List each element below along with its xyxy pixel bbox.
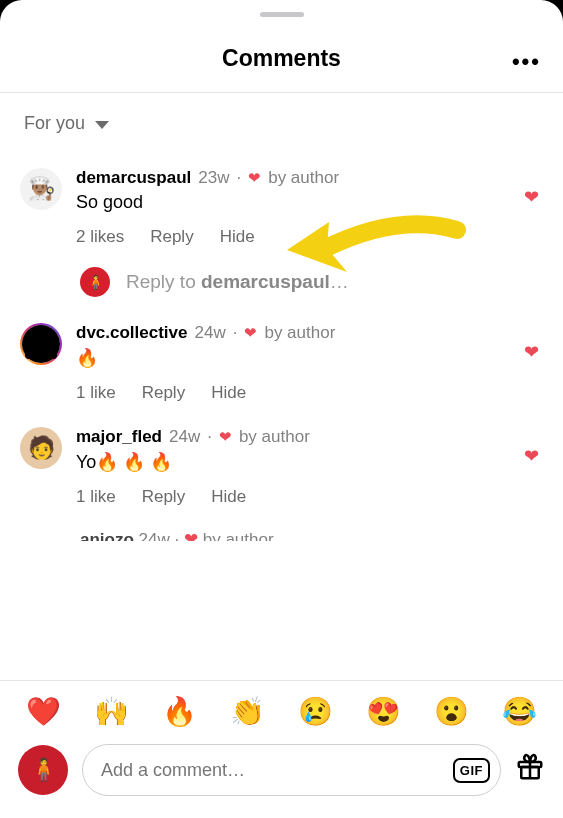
gif-button[interactable]: GIF [453, 758, 490, 783]
avatar[interactable]: 👨🏽‍🍳 [20, 168, 62, 210]
my-avatar-small: 🧍 [80, 267, 110, 297]
comment-text: So good [76, 192, 510, 213]
hide-button[interactable]: Hide [220, 227, 255, 247]
liked-by-author-label: by author [268, 168, 339, 188]
separator-dot: · [236, 168, 241, 188]
avatar-glyph: 👨🏽‍🍳 [28, 176, 55, 202]
sort-filter-label: For you [24, 113, 85, 134]
comment-text: 🔥 [76, 347, 510, 369]
comment-row: 👨🏽‍🍳 demarcuspaul 23w · ❤︎ by author So … [0, 156, 563, 259]
comment-input[interactable] [101, 760, 443, 781]
like-button[interactable]: ❤︎ [524, 341, 539, 363]
inline-reply-placeholder: Reply to demarcuspaul… [126, 271, 349, 293]
username[interactable]: dvc.collective [76, 323, 188, 343]
timestamp: 24w [169, 427, 200, 447]
likes-count[interactable]: 2 likes [76, 227, 124, 247]
gift-icon [515, 752, 545, 782]
comment-row: 🧑 major_fled 24w · ❤︎ by author Yo🔥 🔥 🔥 … [0, 415, 563, 519]
emoji-quick-bar: ❤️ 🙌 🔥 👏 😢 😍 😮 😂 [0, 681, 563, 738]
gift-button[interactable] [515, 752, 545, 789]
liked-by-author-label: by author [264, 323, 335, 343]
avatar[interactable] [20, 323, 62, 365]
separator-dot: · [207, 427, 212, 447]
reply-button[interactable]: Reply [150, 227, 193, 247]
emoji-heart[interactable]: ❤️ [26, 695, 61, 728]
chevron-down-icon [95, 121, 109, 129]
heart-icon: ❤︎ [248, 169, 261, 187]
reply-button[interactable]: Reply [142, 383, 185, 403]
emoji-surprised[interactable]: 😮 [434, 695, 469, 728]
heart-icon: ❤︎ [244, 324, 257, 342]
emoji-laugh[interactable]: 😂 [502, 695, 537, 728]
my-avatar[interactable]: 🧍 [18, 745, 68, 795]
likes-count[interactable]: 1 like [76, 383, 116, 403]
comment-input-container[interactable]: GIF [82, 744, 501, 796]
comment-row-cutoff: aniozo 24w · ❤︎ by author [0, 519, 563, 541]
separator-dot: · [233, 323, 238, 343]
avatar[interactable]: 🧑 [20, 427, 62, 469]
avatar-glyph: 🧍 [30, 757, 57, 783]
comment-row: dvc.collective 24w · ❤︎ by author 🔥 1 li… [0, 311, 563, 415]
like-button[interactable]: ❤︎ [524, 186, 539, 208]
like-button[interactable]: ❤︎ [524, 445, 539, 467]
timestamp: 24w [195, 323, 226, 343]
emoji-clap[interactable]: 👏 [230, 695, 265, 728]
avatar-image [25, 329, 57, 359]
emoji-heart-eyes[interactable]: 😍 [366, 695, 401, 728]
hide-button[interactable]: Hide [211, 383, 246, 403]
hide-button[interactable]: Hide [211, 487, 246, 507]
composer-area: ❤️ 🙌 🔥 👏 😢 😍 😮 😂 🧍 GIF [0, 680, 563, 818]
heart-icon: ❤︎ [219, 428, 232, 446]
avatar-glyph: 🧑 [28, 435, 55, 461]
likes-count[interactable]: 1 like [76, 487, 116, 507]
emoji-cry[interactable]: 😢 [298, 695, 333, 728]
more-options-button[interactable]: ••• [512, 49, 541, 75]
emoji-fire[interactable]: 🔥 [162, 695, 197, 728]
page-title: Comments [222, 45, 341, 72]
comment-text: Yo🔥 🔥 🔥 [76, 451, 510, 473]
header: Comments ••• [0, 17, 563, 92]
timestamp: 23w [198, 168, 229, 188]
inline-reply-row[interactable]: 🧍 Reply to demarcuspaul… [0, 259, 563, 311]
username[interactable]: major_fled [76, 427, 162, 447]
emoji-raised-hands[interactable]: 🙌 [94, 695, 129, 728]
username[interactable]: demarcuspaul [76, 168, 191, 188]
sort-filter-dropdown[interactable]: For you [0, 93, 563, 148]
comments-list: 👨🏽‍🍳 demarcuspaul 23w · ❤︎ by author So … [0, 148, 563, 549]
liked-by-author-label: by author [239, 427, 310, 447]
reply-button[interactable]: Reply [142, 487, 185, 507]
